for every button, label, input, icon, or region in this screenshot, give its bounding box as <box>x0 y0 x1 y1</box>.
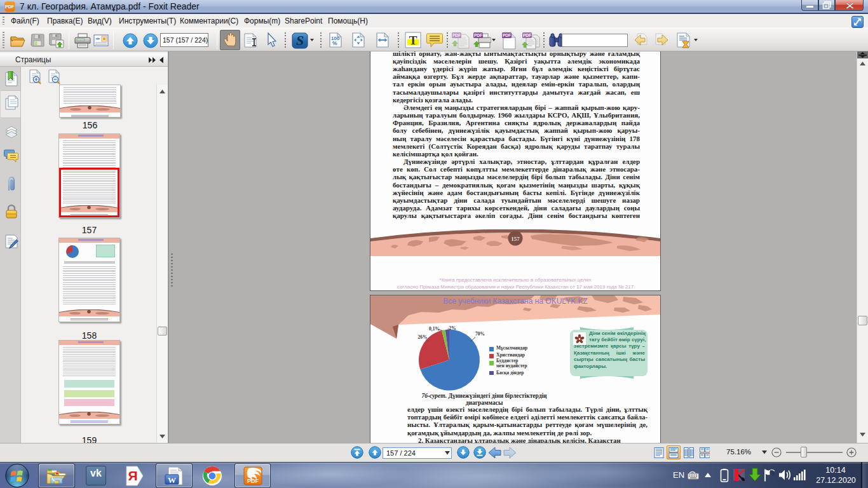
svg-text:S: S <box>296 32 304 48</box>
svg-text:PDF: PDF <box>474 33 482 37</box>
svg-text:157: 157 <box>511 236 520 242</box>
svg-text:PDF: PDF <box>523 33 531 37</box>
svg-text:Я: Я <box>128 468 137 483</box>
svg-text:W: W <box>168 475 176 485</box>
svg-text:T: T <box>409 34 417 47</box>
svg-text:PDF: PDF <box>452 33 461 37</box>
svg-text:PDF: PDF <box>503 33 511 37</box>
svg-text:%: % <box>332 40 337 46</box>
svg-text:PDF: PDF <box>247 478 259 484</box>
